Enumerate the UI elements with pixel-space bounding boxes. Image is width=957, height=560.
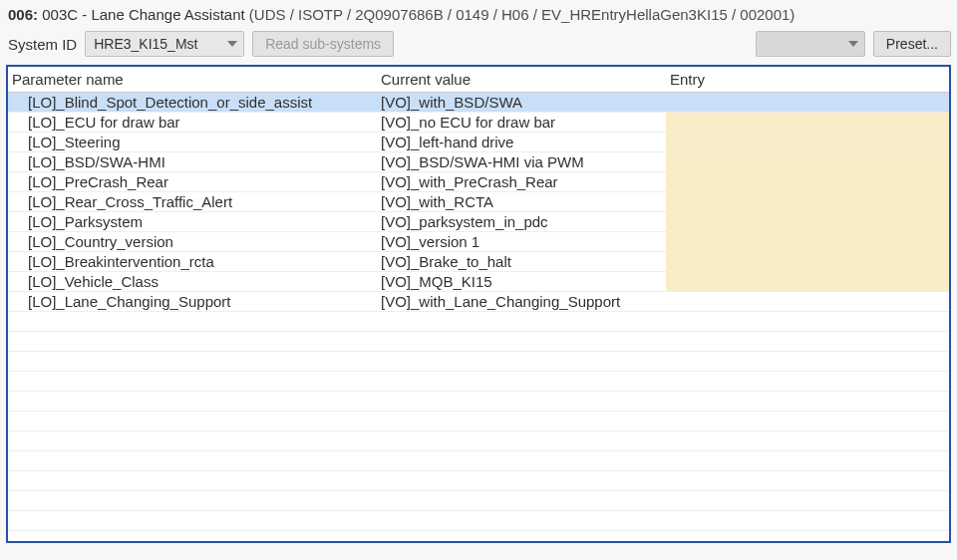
value-cell: [VO]_parksystem_in_pdc <box>377 212 666 232</box>
entry-cell[interactable] <box>666 252 949 272</box>
parameter-table: Parameter name Current value Entry [LO]_… <box>8 67 949 531</box>
entry-cell[interactable] <box>666 232 949 252</box>
table-row[interactable]: [LO]_PreCrash_Rear[VO]_with_PreCrash_Rea… <box>8 172 949 192</box>
read-sub-systems-label: Read sub-systems <box>265 36 381 52</box>
module-prefix: 006: <box>8 6 38 23</box>
preset-label: Preset... <box>886 36 938 52</box>
table-row[interactable]: [LO]_ECU for draw bar[VO]_no ECU for dra… <box>8 113 949 133</box>
col-entry[interactable]: Entry <box>666 67 949 93</box>
param-cell: [LO]_Blind_Spot_Detection_or_side_assist <box>8 93 377 113</box>
table-row-empty <box>8 431 949 451</box>
col-parameter-name[interactable]: Parameter name <box>8 67 377 93</box>
value-cell: [VO]_with_Lane_Changing_Support <box>377 292 666 312</box>
table-row[interactable]: [LO]_Vehicle_Class[VO]_MQB_KI15 <box>8 272 949 292</box>
module-title: 003C - Lane Change Assistant <box>42 6 244 23</box>
table-row-empty <box>8 491 949 511</box>
table-row[interactable]: [LO]_Parksystem[VO]_parksystem_in_pdc <box>8 212 949 232</box>
table-row-empty <box>8 372 949 392</box>
param-cell: [LO]_Country_version <box>8 232 377 252</box>
table-row-empty <box>8 392 949 412</box>
module-header: 006: 003C - Lane Change Assistant (UDS /… <box>6 4 951 29</box>
preset-button[interactable]: Preset... <box>873 31 951 57</box>
param-cell: [LO]_Parksystem <box>8 212 377 232</box>
chevron-down-icon <box>227 41 237 47</box>
table-row[interactable]: [LO]_BSD/SWA-HMI[VO]_BSD/SWA-HMI via PWM <box>8 152 949 172</box>
table-row[interactable]: [LO]_Steering[VO]_left-hand drive <box>8 133 949 152</box>
table-row-empty <box>8 471 949 491</box>
table-row-empty <box>8 412 949 431</box>
entry-cell[interactable] <box>666 172 949 192</box>
param-cell: [LO]_Steering <box>8 133 377 152</box>
param-cell: [LO]_ECU for draw bar <box>8 113 377 133</box>
system-id-value: HRE3_KI15_Mst <box>94 36 197 52</box>
table-row[interactable]: [LO]_Blind_Spot_Detection_or_side_assist… <box>8 93 949 113</box>
table-row[interactable]: [LO]_Country_version[VO]_version 1 <box>8 232 949 252</box>
table-row[interactable]: [LO]_Lane_Changing_Support[VO]_with_Lane… <box>8 292 949 312</box>
param-cell: [LO]_Breakintervention_rcta <box>8 252 377 272</box>
value-cell: [VO]_with_PreCrash_Rear <box>377 172 666 192</box>
system-id-select[interactable]: HRE3_KI15_Mst <box>85 31 244 57</box>
param-cell: [LO]_BSD/SWA-HMI <box>8 152 377 172</box>
param-cell: [LO]_Rear_Cross_Traffic_Alert <box>8 192 377 212</box>
value-cell: [VO]_no ECU for draw bar <box>377 113 666 133</box>
entry-cell[interactable] <box>666 192 949 212</box>
table-row-empty <box>8 312 949 332</box>
value-cell: [VO]_version 1 <box>377 232 666 252</box>
read-sub-systems-button[interactable]: Read sub-systems <box>252 31 394 57</box>
system-id-label: System ID <box>8 36 77 53</box>
param-cell: [LO]_Vehicle_Class <box>8 272 377 292</box>
param-cell: [LO]_PreCrash_Rear <box>8 172 377 192</box>
secondary-select[interactable] <box>756 31 865 57</box>
value-cell: [VO]_Brake_to_halt <box>377 252 666 272</box>
col-current-value[interactable]: Current value <box>377 67 666 93</box>
entry-cell[interactable] <box>666 152 949 172</box>
module-meta: (UDS / ISOTP / 2Q0907686B / 0149 / H06 /… <box>249 6 796 23</box>
param-cell: [LO]_Lane_Changing_Support <box>8 292 377 312</box>
toolbar: System ID HRE3_KI15_Mst Read sub-systems… <box>6 29 951 65</box>
table-header-row: Parameter name Current value Entry <box>8 67 949 93</box>
table-row-empty <box>8 451 949 471</box>
table-row[interactable]: [LO]_Rear_Cross_Traffic_Alert[VO]_with_R… <box>8 192 949 212</box>
entry-cell[interactable] <box>666 212 949 232</box>
value-cell: [VO]_with_BSD/SWA <box>377 93 666 113</box>
parameter-table-frame: Parameter name Current value Entry [LO]_… <box>6 65 951 543</box>
chevron-down-icon <box>848 41 858 47</box>
entry-cell[interactable] <box>666 93 949 113</box>
entry-cell[interactable] <box>666 272 949 292</box>
value-cell: [VO]_BSD/SWA-HMI via PWM <box>377 152 666 172</box>
table-row[interactable]: [LO]_Breakintervention_rcta[VO]_Brake_to… <box>8 252 949 272</box>
value-cell: [VO]_with_RCTA <box>377 192 666 212</box>
entry-cell[interactable] <box>666 133 949 152</box>
table-row-empty <box>8 352 949 372</box>
table-row-empty <box>8 511 949 531</box>
value-cell: [VO]_MQB_KI15 <box>377 272 666 292</box>
entry-cell[interactable] <box>666 292 949 312</box>
value-cell: [VO]_left-hand drive <box>377 133 666 152</box>
table-row-empty <box>8 332 949 352</box>
entry-cell[interactable] <box>666 113 949 133</box>
